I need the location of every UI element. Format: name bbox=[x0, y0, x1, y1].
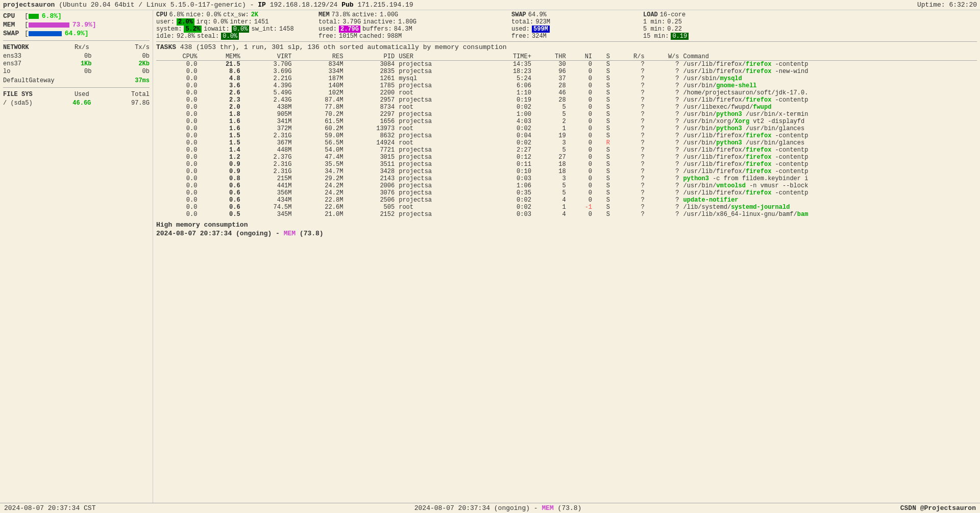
proc-cmd: /usr/lib/firefox/firefox -contentp bbox=[681, 154, 977, 161]
pub-label: Pub bbox=[341, 1, 353, 9]
net-row-ens33: ens33 0b 0b bbox=[3, 53, 150, 60]
buffers-val: 84.3M bbox=[394, 26, 412, 33]
cached-val: 988M bbox=[387, 33, 402, 40]
proc-cpu: 0.0 bbox=[156, 175, 199, 182]
proc-user: root bbox=[397, 89, 482, 96]
cmd-bold: mysqld bbox=[720, 75, 742, 82]
proc-rs: ? bbox=[612, 96, 647, 104]
host-info: projectsauron (Ubuntu 20.04 64bit / Linu… bbox=[3, 1, 413, 9]
mem-stats-pct: 73.8% bbox=[332, 11, 350, 18]
col-thr: THR bbox=[533, 53, 568, 61]
proc-time: 5:24 bbox=[482, 75, 533, 82]
status-center-val: (73.8) bbox=[554, 504, 582, 512]
proc-virt: 2.37G bbox=[242, 154, 294, 161]
cmd-bold: systemd-journald bbox=[731, 204, 790, 211]
cmd-bold: python3 bbox=[716, 125, 742, 132]
inter-val: 1451 bbox=[254, 18, 269, 26]
swint-val: 1458 bbox=[279, 26, 294, 33]
proc-res: 334M bbox=[294, 68, 346, 75]
proc-cpu: 0.0 bbox=[156, 211, 199, 218]
proc-thr: 96 bbox=[533, 68, 568, 75]
proc-state: S bbox=[594, 154, 612, 161]
proc-ws: ? bbox=[647, 89, 681, 96]
main-container: CPU [ 6.8%] MEM [ 73.9%] SWAP [ 64.9%] bbox=[0, 10, 980, 510]
proc-pid: 13973 bbox=[345, 125, 397, 132]
proc-ni: 0 bbox=[568, 68, 594, 75]
irq-label: irq: bbox=[197, 18, 211, 26]
proc-user: projectsa bbox=[397, 96, 482, 104]
table-row: 0.0 2.6 5.49G 102M 2200 root 1:10 46 0 S… bbox=[156, 89, 977, 96]
table-row: 0.0 0.9 2.31G 35.5M 3511 projectsa 0:11 … bbox=[156, 161, 977, 168]
proc-pid: 3076 bbox=[345, 189, 397, 197]
content-area: CPU 6.8% nice: 0.0% ctx_sw: 2K user: 2.0… bbox=[153, 10, 980, 510]
proc-res: 140M bbox=[294, 82, 346, 89]
swap-bar bbox=[29, 31, 62, 36]
proc-virt: 2.21G bbox=[242, 75, 294, 82]
cpu-gauge-row: CPU [ 6.8%] bbox=[3, 12, 150, 20]
proc-pid: 3511 bbox=[345, 161, 397, 168]
divider-2 bbox=[3, 87, 150, 88]
network-label: NETWORK bbox=[3, 44, 29, 51]
proc-pid: 1656 bbox=[345, 118, 397, 125]
top-bar: projectsauron (Ubuntu 20.04 64bit / Linu… bbox=[0, 0, 980, 10]
cmd-bold: vmtoolsd bbox=[716, 182, 746, 189]
nice-val: 0.0% bbox=[206, 11, 221, 18]
steal-val: 0.0% bbox=[221, 33, 239, 40]
proc-ws: ? bbox=[647, 104, 681, 111]
col-user: USER bbox=[397, 53, 482, 61]
alert-detail-pre: 2024-08-07 20:37:34 (ongoing) - bbox=[156, 230, 284, 237]
proc-cpu: 0.0 bbox=[156, 118, 199, 125]
table-row: 0.0 0.6 74.5M 22.6M 505 root 0:02 1 -1 S… bbox=[156, 204, 977, 211]
proc-pid: 2006 bbox=[345, 182, 397, 189]
proc-res: 29.2M bbox=[294, 175, 346, 182]
swap-percent: 64.9%] bbox=[65, 30, 89, 37]
proc-cmd: /usr/lib/firefox/firefox -contentp bbox=[681, 189, 977, 197]
proc-mem: 1.4 bbox=[199, 146, 242, 154]
mem-percent: 73.9%] bbox=[72, 21, 96, 29]
table-row: 0.0 0.6 356M 24.2M 3076 projectsa 0:35 5… bbox=[156, 189, 977, 197]
proc-mem: 3.6 bbox=[199, 82, 242, 89]
proc-ws: ? bbox=[647, 96, 681, 104]
proc-ws: ? bbox=[647, 139, 681, 146]
proc-ws: ? bbox=[647, 146, 681, 154]
idle-label: idle: bbox=[156, 33, 175, 40]
proc-pid: 3084 bbox=[345, 61, 397, 68]
net-iface-ens33: ens33 bbox=[3, 53, 34, 60]
proc-ni: 0 bbox=[568, 104, 594, 111]
proc-res: 61.5M bbox=[294, 118, 346, 125]
swap-used-label: used: bbox=[511, 26, 530, 33]
proc-cpu: 0.0 bbox=[156, 197, 199, 204]
proc-cpu: 0.0 bbox=[156, 68, 199, 75]
cached-label: cached: bbox=[359, 33, 385, 40]
ctxsw-label: ctx_sw: bbox=[223, 11, 249, 18]
hostname: projectsauron bbox=[3, 1, 55, 9]
cpu-stats-block: CPU 6.8% nice: 0.0% ctx_sw: 2K user: 2.0… bbox=[156, 11, 314, 40]
gateway-val: 37ms bbox=[135, 77, 150, 84]
proc-ws: ? bbox=[647, 182, 681, 189]
proc-mem: 0.9 bbox=[199, 168, 242, 175]
proc-state: S bbox=[594, 204, 612, 211]
net-row-ens37: ens37 1Kb 2Kb bbox=[3, 60, 150, 67]
proc-virt: 2.31G bbox=[242, 161, 294, 168]
net-rx-ens33: 0b bbox=[61, 53, 92, 60]
proc-user: projectsa bbox=[397, 161, 482, 168]
status-right: CSDN @Projectsauron bbox=[900, 504, 976, 512]
proc-rs: ? bbox=[612, 154, 647, 161]
proc-mem: 1.8 bbox=[199, 111, 242, 118]
proc-pid: 3015 bbox=[345, 154, 397, 161]
inactive-label: inactive: bbox=[363, 18, 396, 26]
proc-user: root bbox=[397, 125, 482, 132]
cmd-bold: firefox bbox=[746, 154, 771, 161]
proc-thr: 5 bbox=[533, 111, 568, 118]
proc-user: projectsa bbox=[397, 132, 482, 139]
col-pid: PID bbox=[345, 53, 397, 61]
proc-ws: ? bbox=[647, 111, 681, 118]
proc-thr: 4 bbox=[533, 211, 568, 218]
proc-pid: 8734 bbox=[345, 104, 397, 111]
proc-cpu: 0.0 bbox=[156, 161, 199, 168]
proc-ws: ? bbox=[647, 82, 681, 89]
proc-state: S bbox=[594, 118, 612, 125]
mem-free-label: free: bbox=[318, 33, 337, 40]
proc-mem: 0.9 bbox=[199, 161, 242, 168]
table-row: 0.0 1.4 448M 54.0M 7721 projectsa 2:27 5… bbox=[156, 146, 977, 154]
